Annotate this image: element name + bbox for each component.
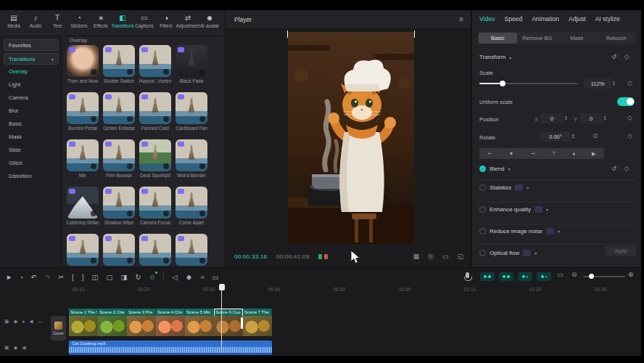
- crop-handle[interactable]: [414, 30, 415, 38]
- mute-track-icon[interactable]: ◀: [22, 345, 25, 351]
- transition-thumb-mix[interactable]: [67, 139, 99, 171]
- timeline-clip-scene-4[interactable]: Scene 4 Cho: [156, 309, 185, 336]
- microphone-icon[interactable]: [466, 272, 469, 278]
- chevron-down-icon[interactable]: ▾: [527, 185, 529, 190]
- tab-speed[interactable]: Speed: [505, 15, 523, 23]
- lock-track-icon[interactable]: ◆: [14, 319, 17, 325]
- undo-icon[interactable]: ↶: [30, 273, 36, 281]
- timeline-clip-scene-2[interactable]: Scene 2 Che: [98, 309, 127, 336]
- sidebar-item-slide[interactable]: Slide: [9, 147, 21, 153]
- enhance-quality-checkbox[interactable]: [479, 206, 486, 213]
- timeline-clip-scene-3[interactable]: Scene 3 Pre: [127, 309, 156, 336]
- sidebar-item-distortion[interactable]: Distortion: [9, 173, 32, 179]
- chevron-down-icon[interactable]: ▾: [534, 250, 537, 256]
- volume-track-icon[interactable]: ◀: [29, 319, 33, 325]
- chevron-down-icon[interactable]: ▾: [20, 274, 22, 280]
- transition-thumb-come-apart[interactable]: [176, 187, 207, 219]
- denoise-icon[interactable]: ≈: [200, 273, 204, 281]
- apply-button[interactable]: Apply: [606, 245, 636, 256]
- transitions-group-dropdown[interactable]: Transitions▾: [4, 53, 59, 65]
- tab-animation[interactable]: Animation: [532, 15, 559, 23]
- hide-track-icon[interactable]: ▣: [4, 345, 9, 351]
- auto-snap-toggle[interactable]: [499, 272, 513, 281]
- subtab-retouch[interactable]: Retouch: [598, 33, 636, 44]
- preview-axis-toggle[interactable]: ▾: [537, 272, 551, 281]
- avatar-tool-icon[interactable]: ☻: [185, 273, 192, 281]
- transition-thumb[interactable]: [176, 234, 207, 266]
- timeline-ruler[interactable]: 00:10 00:20 00:30 00:40 00:50 01:00 01:1…: [0, 285, 641, 294]
- stabilize-checkbox[interactable]: [479, 184, 486, 191]
- mirror-icon[interactable]: ◨: [121, 273, 128, 281]
- tab-audio[interactable]: ♪Audio: [25, 10, 46, 36]
- transition-thumb-black-fade[interactable]: [176, 45, 207, 77]
- transform-header[interactable]: Transform ▴: [479, 54, 511, 60]
- hide-track-icon[interactable]: ▣: [4, 319, 9, 325]
- timeline-zoom-handle[interactable]: [589, 274, 594, 279]
- tab-media[interactable]: ▤Media: [3, 10, 25, 36]
- fullscreen-icon[interactable]: ◱: [457, 253, 463, 260]
- transition-thumb-camera-focus[interactable]: [139, 187, 171, 219]
- loop-icon[interactable]: ↻: [136, 273, 141, 281]
- favorites-button[interactable]: Favorites: [4, 39, 59, 51]
- transition-thumb-lightning-strike[interactable]: [67, 187, 99, 219]
- reduce-noise-checkbox[interactable]: [479, 228, 486, 234]
- sidebar-item-glitch[interactable]: Glitch: [9, 160, 22, 166]
- transition-thumb-burned-portal[interactable]: [67, 92, 99, 124]
- sidebar-item-mask[interactable]: Mask: [9, 134, 22, 140]
- record-icon[interactable]: ▭: [212, 273, 219, 281]
- uniform-scale-toggle[interactable]: [617, 97, 635, 106]
- sidebar-item-basic[interactable]: Basic: [9, 121, 22, 127]
- subtab-remove-bg[interactable]: Remove BG: [519, 33, 557, 44]
- tab-adjustment[interactable]: ⇄Adjustment: [177, 10, 199, 36]
- timeline-clip-scene-7[interactable]: Scene 7 The: [243, 309, 272, 336]
- select-tool-icon[interactable]: ►: [6, 273, 12, 281]
- main-track-magnet-toggle[interactable]: [480, 272, 495, 281]
- transition-thumb-shadow-wipe[interactable]: [103, 187, 135, 219]
- playhead-handle[interactable]: [219, 284, 225, 290]
- resolution-icon[interactable]: ▭: [442, 253, 449, 260]
- scale-slider-handle[interactable]: [500, 81, 505, 86]
- step-down-icon[interactable]: ▾: [565, 118, 567, 121]
- cover-button[interactable]: Cover: [51, 316, 66, 340]
- align-right-icon[interactable]: ⊣: [530, 151, 534, 157]
- zoom-in-icon[interactable]: ⊕: [628, 271, 634, 278]
- blend-checkbox[interactable]: ✓: [479, 166, 486, 172]
- magic-wand-icon[interactable]: ☆: [149, 273, 156, 281]
- monitor-icon[interactable]: ▭: [557, 271, 564, 278]
- transition-thumb-then-and-now[interactable]: [67, 45, 99, 77]
- scale-stepper[interactable]: ▴▾: [613, 80, 615, 86]
- step-down-icon[interactable]: ▾: [572, 136, 574, 139]
- tab-transitions[interactable]: ◧Transitions: [112, 10, 133, 36]
- transition-thumb-hypnotic-vortex[interactable]: [139, 45, 171, 77]
- transition-thumb[interactable]: [67, 234, 99, 266]
- tab-captions[interactable]: ▭Captions: [133, 10, 155, 36]
- split-icon[interactable]: ✂: [58, 273, 64, 281]
- tab-ai-avatar[interactable]: ☻AI avatar: [199, 10, 220, 36]
- player-menu-icon[interactable]: ≡: [459, 15, 463, 23]
- mute-track-icon[interactable]: ●: [22, 319, 25, 325]
- timeline-clip-scene-5[interactable]: Scene 5 Mix: [185, 309, 214, 336]
- pointer-tool-icon[interactable]: ▶: [592, 151, 595, 157]
- position-keyframe-icon[interactable]: ◇: [627, 114, 632, 121]
- position-x-stepper[interactable]: ▴▾: [565, 115, 567, 121]
- sidebar-item-light[interactable]: Light: [9, 81, 20, 88]
- position-y-field[interactable]: 0: [579, 113, 603, 123]
- position-x-field[interactable]: 0: [540, 113, 564, 123]
- audio-clip[interactable]: Cat Cooking.mp3: [69, 340, 272, 355]
- chevron-down-icon[interactable]: ▾: [558, 229, 560, 234]
- lock-track-icon[interactable]: ◆: [14, 345, 17, 351]
- transition-thumb-deck-spotlight[interactable]: [139, 139, 171, 171]
- tab-adjust[interactable]: Adjust: [569, 15, 586, 23]
- subtab-mask[interactable]: Mask: [558, 33, 596, 44]
- speaker-icon[interactable]: ◁: [172, 273, 177, 281]
- scale-keyframe-icon[interactable]: ◇: [627, 79, 632, 86]
- subtab-basic[interactable]: Basic: [479, 33, 517, 44]
- delete-icon[interactable]: ◫: [92, 273, 99, 281]
- align-left-icon[interactable]: ⊢: [487, 151, 492, 157]
- chevron-down-icon[interactable]: ▾: [546, 207, 548, 212]
- position-y-stepper[interactable]: ▴▾: [604, 115, 606, 121]
- keyframe-icon[interactable]: ◇: [624, 53, 629, 60]
- zoom-out-icon[interactable]: ⊖: [571, 271, 577, 278]
- timeline-clip-scene-1[interactable]: Scene 1 The S: [69, 309, 98, 336]
- transition-thumb-center-enlarge[interactable]: [103, 92, 135, 124]
